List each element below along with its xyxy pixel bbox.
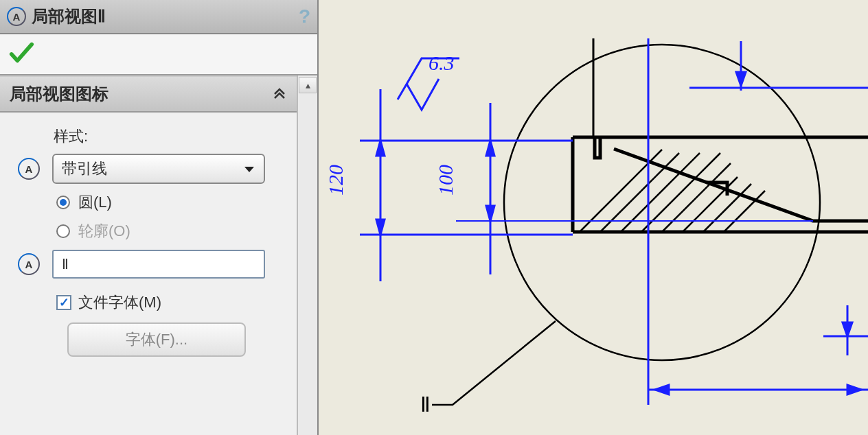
file-font-checkbox[interactable]: ✓ [56,295,71,310]
part-outline [573,38,868,232]
section-hatch [580,150,765,232]
detail-leader [432,321,556,405]
dim-120-text: 120 [324,165,347,196]
style-row: A 带引线 [12,154,284,184]
radio-outline: 轮廓(O) [56,221,284,242]
confirm-bar [0,34,317,75]
style-dropdown[interactable]: 带引线 [52,154,265,184]
label-row: A [12,250,284,279]
detail-circle [504,45,820,360]
radio-circle-input[interactable] [56,196,70,209]
section-title: 局部视图图标 [10,83,108,105]
property-panel: A 局部视图Ⅱ ? 局部视图图标 样式: A 带引线 [0,0,319,435]
section-body: 样式: A 带引线 圆(L) [0,113,297,372]
detail-view-icon: A [7,7,26,26]
panel-scrollbar[interactable]: ▴ [297,75,317,435]
ok-checkmark-icon[interactable] [8,40,34,69]
dim-100-text: 100 [434,165,457,196]
chevron-down-icon [243,160,255,178]
panel-content: 局部视图图标 样式: A 带引线 [0,75,297,435]
style-label: 样式: [54,126,284,147]
scroll-up-icon[interactable]: ▴ [299,77,317,93]
panel-title-bar: A 局部视图Ⅱ ? [0,0,317,34]
callout-label: Ⅱ [420,393,431,416]
surface-finish-value: 6.3 [429,51,455,74]
radio-outline-label: 轮廓(O) [78,221,130,242]
dropdown-value: 带引线 [62,158,107,179]
collapse-chevron-icon[interactable] [272,84,287,104]
detail-style-icon: A [18,158,40,180]
svg-line-1 [600,153,679,232]
panel-title: 局部视图Ⅱ [32,5,299,27]
radio-outline-input [56,224,70,238]
section-header[interactable]: 局部视图图标 [0,77,297,113]
help-icon[interactable]: ? [299,5,310,27]
label-input[interactable] [52,250,265,279]
shape-radio-group: 圆(L) 轮廓(O) [56,192,284,242]
svg-line-0 [580,150,662,232]
file-font-row[interactable]: ✓ 文件字体(M) [56,292,284,313]
radio-circle-label: 圆(L) [78,192,112,213]
panel-body-wrap: 局部视图图标 样式: A 带引线 [0,75,317,435]
drawing-canvas[interactable]: Ⅱ [319,0,868,435]
file-font-label: 文件字体(M) [78,292,161,313]
dimension-group [360,38,868,405]
radio-circle[interactable]: 圆(L) [56,192,284,213]
font-button[interactable]: 字体(F)... [67,322,246,357]
drawing-svg: Ⅱ [319,0,868,435]
detail-label-icon: A [18,253,40,275]
